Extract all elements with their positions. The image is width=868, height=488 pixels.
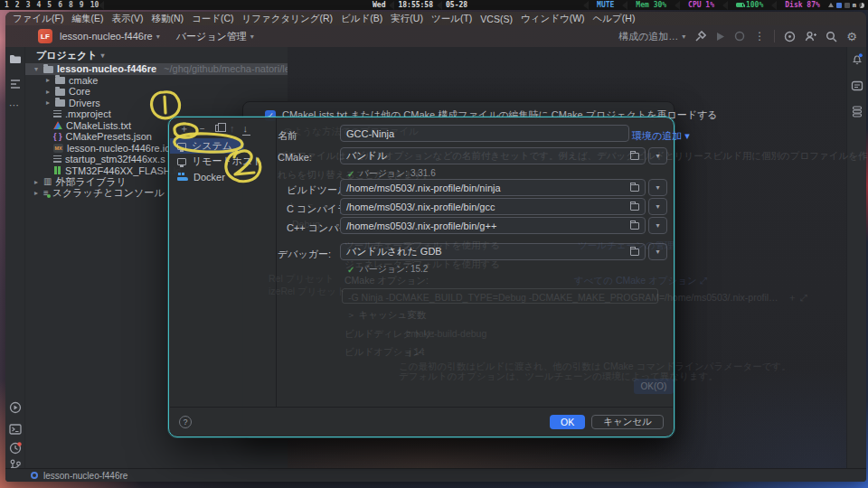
workspace-10[interactable]: 10	[90, 1, 99, 9]
profile-icon[interactable]	[734, 31, 745, 42]
field-dropdown-button[interactable]: ▾	[648, 217, 667, 234]
field-dropdown-button[interactable]: ▾	[648, 147, 667, 164]
browse-folder-icon[interactable]	[630, 153, 639, 160]
run-config-selector[interactable]: 構成の追加… ▾	[618, 30, 685, 43]
assistant-icon[interactable]	[851, 80, 863, 92]
project-badge: LF	[38, 29, 52, 43]
project-name: lesson-nucleo-f446re	[60, 31, 153, 42]
tree-item-Core[interactable]: ▸Core	[25, 86, 288, 98]
tray-misc-icon[interactable]	[844, 3, 850, 8]
tree-chevron-icon[interactable]: ▾	[33, 65, 40, 73]
tree-item-lesson-nucleo-f446re[interactable]: ▾lesson-nucleo-f446re~/ghq/github/mecha-…	[25, 63, 288, 75]
dialog-footer: ? OK キャンセル	[170, 407, 673, 436]
add-environment-link[interactable]: 環境の追加 ▾	[632, 129, 690, 143]
workspace-1[interactable]: 1	[5, 1, 9, 9]
workspace-3[interactable]: 3	[26, 1, 31, 9]
add-toolchain-button[interactable]: ＋	[179, 122, 189, 136]
field-ビルドツール[interactable]: /home/ms0503/.nix-profile/bin/ninja	[340, 179, 646, 196]
workspace-4[interactable]: 4	[36, 1, 41, 9]
commit-tool-icon[interactable]	[9, 78, 22, 90]
services-run-icon[interactable]	[9, 401, 22, 414]
vcs-widget[interactable]: バージョン管理 ▾	[176, 30, 254, 43]
menu-item[interactable]: 編集(E)	[71, 13, 103, 25]
project-tool-icon[interactable]	[9, 52, 22, 65]
workspace-8[interactable]: 8	[69, 1, 73, 9]
toolchain-item-label: Docker	[193, 172, 225, 183]
menu-item[interactable]: ヘルプ(H)	[593, 13, 636, 25]
copy-toolchain-button[interactable]	[215, 125, 222, 132]
menu-item[interactable]: VCS(S)	[480, 14, 513, 24]
menu-item[interactable]: リファクタリング(R)	[242, 13, 334, 25]
code-with-me-icon[interactable]	[805, 31, 816, 42]
more-tools-icon[interactable]: ⋯	[9, 99, 22, 112]
project-panel-title[interactable]: プロジェクト	[36, 49, 98, 62]
toolchain-name-input[interactable]: GCC-Ninja	[340, 125, 629, 142]
tray-bluetooth-icon[interactable]	[836, 3, 842, 8]
status-project-name[interactable]: lesson-nucleo-f446re	[43, 471, 127, 481]
project-selector[interactable]: lesson-nucleo-f446re ▾	[60, 31, 160, 42]
tray-wifi-icon[interactable]	[828, 3, 834, 7]
clock-alert-icon[interactable]	[9, 442, 22, 455]
title-bar: LF lesson-nucleo-f446re ▾ バージョン管理 ▾ 構成の追…	[5, 25, 866, 47]
database-icon[interactable]	[851, 105, 863, 117]
battery-icon	[736, 3, 744, 7]
tray-keyboard-icon[interactable]: m	[853, 2, 856, 9]
powerline-separator	[622, 1, 627, 10]
tray-circle-icon[interactable]	[859, 3, 864, 8]
system-tray[interactable]: m	[828, 2, 864, 9]
workspace-5[interactable]: 5	[47, 1, 52, 9]
terminal-icon[interactable]	[9, 423, 22, 436]
menu-item[interactable]: ツール(T)	[431, 13, 472, 25]
cancel-button[interactable]: キャンセル	[591, 415, 664, 429]
tree-chevron-icon[interactable]: ▸	[44, 76, 52, 84]
field-dropdown-button[interactable]: ▾	[648, 198, 667, 215]
run-widget-icon[interactable]	[31, 472, 38, 479]
tree-item-cmake[interactable]: ▸cmake	[25, 75, 288, 87]
ai-assistant-icon[interactable]	[784, 31, 796, 42]
status-segment: 100%	[731, 1, 768, 9]
move-down-button[interactable]: ↓	[243, 123, 249, 134]
browse-folder-icon[interactable]	[630, 184, 639, 192]
help-button[interactable]: ?	[179, 416, 192, 428]
ok-button[interactable]: OK	[550, 415, 585, 429]
tree-item-label: 外部ライブラリ	[55, 176, 126, 188]
menu-item[interactable]: コード(C)	[192, 13, 234, 25]
field-dropdown-button[interactable]: ▾	[648, 243, 667, 260]
field-CMake[interactable]: バンドル	[340, 147, 646, 164]
menu-item[interactable]: ウィンドウ(W)	[521, 13, 585, 25]
menu-item[interactable]: 移動(N)	[151, 13, 184, 25]
workspace-list[interactable]: 1234568910	[0, 1, 99, 9]
toolchain-item-システム[interactable]: システム	[170, 138, 244, 154]
tree-chevron-icon[interactable]: ▸	[33, 178, 40, 186]
settings-icon[interactable]: ⚙	[846, 31, 857, 42]
tree-chevron-icon[interactable]: ▸	[44, 99, 52, 107]
toolchain-item-リモートホスト[interactable]: リモートホスト	[170, 154, 276, 169]
remove-toolchain-button[interactable]: －	[197, 122, 207, 136]
toolchain-item-Docker[interactable]: Docker	[170, 169, 276, 184]
browse-folder-icon[interactable]	[630, 249, 639, 256]
workspace-9[interactable]: 9	[80, 1, 84, 9]
field-C++コンパイラー[interactable]: /home/ms0503/.nix-profile/bin/g++	[340, 217, 646, 234]
workspace-6[interactable]: 6	[58, 1, 62, 9]
menu-item[interactable]: ビルド(B)	[341, 13, 382, 25]
field-Cコンパイラー[interactable]: /home/ms0503/.nix-profile/bin/gcc	[340, 198, 646, 215]
run-icon[interactable]	[715, 32, 725, 42]
tree-chevron-icon[interactable]: ▸	[44, 88, 52, 96]
notifications-icon[interactable]	[851, 52, 863, 65]
menu-item[interactable]: 表示(V)	[111, 13, 143, 25]
field-dropdown-button[interactable]: ▾	[648, 179, 667, 196]
ghost-text: デフォルトのオプションは、ツールチェーンの環境によって異なります。	[399, 371, 718, 383]
tree-item-label: CMakeLists.txt	[66, 120, 131, 131]
build-icon[interactable]	[694, 31, 706, 42]
browse-folder-icon[interactable]	[630, 222, 639, 230]
menu-item[interactable]: 実行(U)	[391, 13, 423, 25]
right-tool-strip	[846, 47, 866, 468]
browse-folder-icon[interactable]	[630, 203, 639, 211]
menu-item[interactable]: ファイル(F)	[13, 13, 63, 25]
search-icon[interactable]	[826, 31, 837, 42]
field-デバッガー[interactable]: バンドルされた GDB	[340, 243, 646, 260]
tree-chevron-icon[interactable]: ▸	[33, 189, 40, 197]
more-actions-icon[interactable]: ⋮	[754, 30, 765, 42]
workspace-2[interactable]: 2	[15, 1, 20, 9]
move-up-button[interactable]: ↑	[230, 123, 235, 134]
